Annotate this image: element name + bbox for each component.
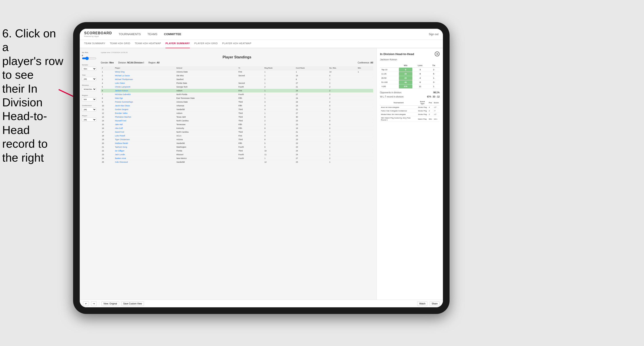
row-reg: 1 <box>263 81 295 85</box>
wlt-label: W-L-T record in-division: <box>380 96 404 98</box>
row-player: Nicholas Gabrelick <box>114 93 176 96</box>
row-yr: Fourth <box>237 93 263 96</box>
table-row[interactable]: 22 Ian Gilligan Florida Third 10 24 1 <box>101 149 373 153</box>
watch-button[interactable]: Watch <box>417 301 428 306</box>
row-player: Matthew Riedel <box>114 142 176 145</box>
row-yr: Third <box>237 119 263 123</box>
row-num: 2 <box>101 74 114 78</box>
undo-button[interactable]: ↩ <box>83 301 89 306</box>
table-row[interactable]: 14 Maxwell Ford North Carolina Third 2 2… <box>101 119 373 123</box>
share-button[interactable]: Share <box>430 301 440 306</box>
row-num: 3 <box>101 78 114 81</box>
table-row[interactable]: 9 Preston Summerhays Arizona State Third… <box>101 100 373 104</box>
row-num: 15 <box>101 123 114 127</box>
table-row[interactable]: 12 Brendan Valles Auburn Third 1 27 0 <box>101 111 373 115</box>
row-rds: 0 <box>328 108 356 111</box>
table-row[interactable]: 24 Bastien Amat New Mexico Fourth 1 27 2 <box>101 157 373 160</box>
h2h-close-button[interactable]: ✕ <box>435 51 440 56</box>
row-win <box>357 130 373 134</box>
row-reg: 4 <box>263 108 295 111</box>
row-win <box>357 157 373 160</box>
row-rds: 1 <box>328 115 356 119</box>
conference-filter: Conference (All) <box>82 105 95 111</box>
h2h-row: 26-50 22 4 1 <box>380 76 440 80</box>
table-row[interactable]: 8 Mats Ege East Tennessee State Fifth 1 … <box>101 96 373 100</box>
row-school: Florida <box>175 149 237 153</box>
table-row[interactable]: 7 Nicholas Gabrelick North Florida Fourt… <box>101 93 373 96</box>
nav-teams[interactable]: TEAMS <box>148 32 158 37</box>
tab-team-h2h-heatmap[interactable]: TEAM H2H HEATMAP <box>135 41 161 46</box>
h2h-loss: 3 <box>412 68 428 72</box>
col-reg-rank: Reg Rank <box>263 66 295 70</box>
row-win <box>357 153 373 157</box>
tourney-score: -17 <box>433 106 440 109</box>
table-row[interactable]: 13 Phichaksn Maichon Texas A&M Third 6 3… <box>101 115 373 119</box>
tab-player-summary[interactable]: PLAYER SUMMARY <box>166 41 190 48</box>
view-original-button[interactable]: View: Original <box>102 301 119 306</box>
table-row[interactable]: 10 Jacob Max Okeax Arkansas Fifth 4 23 0 <box>101 104 373 108</box>
h2h-loss: 6 <box>412 80 428 84</box>
row-school: Florida State <box>175 81 237 85</box>
redo-button[interactable]: ↪ <box>91 301 97 306</box>
tab-team-h2h-grid[interactable]: TEAM H2H GRID <box>110 41 130 46</box>
table-row[interactable]: 17 David Ford North Carolina Third 2 21 … <box>101 130 373 134</box>
tourney-col-score: Score <box>433 100 440 106</box>
table-row[interactable]: 11 Gordon Sargent Vanderbilt Third 4 21 … <box>101 108 373 111</box>
table-row[interactable]: 5 Christo Lamprecht Georgia Tech Fourth … <box>101 85 373 89</box>
row-player: Cole Sherwood <box>114 160 176 164</box>
table-row[interactable]: 1 Wenyi Ding Arizona State First 1 1 14 … <box>101 70 373 74</box>
no-rds-filter: No Rds. 6 <box>82 51 95 61</box>
row-yr: Third <box>237 115 263 119</box>
row-yr: Fourth <box>237 153 263 157</box>
conference-select[interactable]: (All) <box>82 107 96 111</box>
h2h-range: 26-50 <box>380 76 399 80</box>
gender-select[interactable]: Men <box>82 67 96 71</box>
table-row[interactable]: 25 Cole Sherwood Vanderbilt 12 23 1 <box>101 160 373 164</box>
region-select[interactable]: N/A <box>82 97 96 101</box>
table-row[interactable]: 18 Luke Powell UCLA First 4 24 1 <box>101 134 373 138</box>
tourney-type: Stroke Play <box>417 109 428 113</box>
table-row[interactable]: 6 Jackson Koivun Auburn First 1 24 2 <box>101 89 373 93</box>
row-conf: 21 <box>295 130 328 134</box>
watch-label: Watch <box>419 303 426 305</box>
table-row[interactable]: 19 Tiger Christensen Arizona Third 8 23 … <box>101 138 373 142</box>
no-rds-slider[interactable] <box>82 57 96 60</box>
nav-committee[interactable]: COMMITTEE <box>164 32 181 37</box>
year-select[interactable]: (All) <box>82 77 96 81</box>
sign-out-link[interactable]: Sign out <box>429 33 438 36</box>
tab-player-h2h-grid[interactable]: PLAYER H2H GRID <box>194 41 218 46</box>
nav-tournaments[interactable]: TOURNAMENTS <box>119 32 141 37</box>
h2h-title: In Division Head-to-Head <box>380 52 414 56</box>
table-row[interactable]: 20 Matthew Riedel Vanderbilt Fifth 5 23 … <box>101 142 373 145</box>
save-custom-button[interactable]: Save Custom View <box>121 301 144 306</box>
row-reg: 8 <box>263 138 295 142</box>
col-yr: Yr <box>237 66 263 70</box>
table-row[interactable]: 2 Michael La Sasso Ole Miss Second 1 19 … <box>101 74 373 78</box>
share-label: Share <box>432 303 438 305</box>
row-yr: Fifth <box>237 123 263 127</box>
row-school: UCLA <box>175 134 237 138</box>
table-row[interactable]: 16 Alex Goff Kentucky Fifth 8 19 0 <box>101 127 373 130</box>
row-yr: Third <box>237 130 263 134</box>
tab-team-summary[interactable]: TEAM SUMMARY <box>84 41 106 46</box>
table-row[interactable]: 3 Michael Thorbjornsen Stanford 2 8 1 <box>101 78 373 81</box>
row-player: Jake Hall <box>114 123 176 127</box>
h2h-range: 51-100 <box>380 80 399 84</box>
row-reg: 12 <box>263 160 295 164</box>
row-school: Texas A&M <box>175 115 237 119</box>
instruction-line2: player's row to see <box>2 54 64 82</box>
row-win <box>357 145 373 149</box>
table-row[interactable]: 4 Luke Claton Florida State Second 1 27 … <box>101 81 373 85</box>
table-row[interactable]: 21 Taehoon Song Washington Fourth 6 23 1 <box>101 145 373 149</box>
row-num: 6 <box>101 89 114 93</box>
table-row[interactable]: 23 Jack Lundin Missouri Fourth 11 24 1 <box>101 153 373 157</box>
row-school: Tennessee <box>175 123 237 127</box>
division-select[interactable]: NCAA Division I <box>82 87 96 91</box>
player-select[interactable]: (All) <box>82 118 96 122</box>
row-conf: 23 <box>295 104 328 108</box>
table-row[interactable]: 15 Jake Hall Tennessee Fifth 3 23 0 <box>101 123 373 127</box>
row-conf: 21 <box>295 85 328 89</box>
row-school: Auburn <box>175 111 237 115</box>
h2h-row: >100 578 11 1 <box>380 84 440 89</box>
tab-player-h2h-heatmap[interactable]: PLAYER H2H HEATMAP <box>222 41 251 46</box>
